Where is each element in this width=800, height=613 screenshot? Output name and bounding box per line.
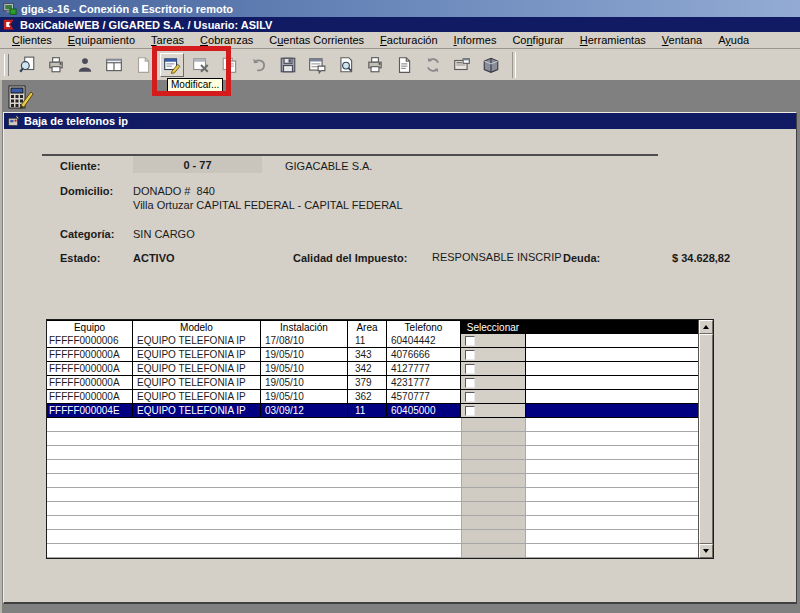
print-setup-button[interactable] bbox=[44, 53, 68, 77]
column-header[interactable]: Seleccionar bbox=[461, 320, 526, 334]
undo-button[interactable] bbox=[247, 53, 271, 77]
table-cell: EQUIPO TELEFONIA IP bbox=[133, 390, 261, 403]
calculator-pencil-icon[interactable] bbox=[7, 84, 35, 112]
column-header[interactable]: Equipo bbox=[47, 321, 133, 334]
table-row[interactable]: FFFFF000000AEQUIPO TELEFONIA IP19/05/103… bbox=[47, 348, 698, 362]
preview-icon bbox=[337, 56, 355, 74]
address-line1: DONADO # 840 bbox=[133, 185, 215, 197]
empty-row bbox=[47, 418, 698, 432]
user-button[interactable] bbox=[73, 53, 97, 77]
table-cell: FFFFF000000A bbox=[47, 362, 133, 375]
menu-item-tareas[interactable]: Tareas bbox=[143, 33, 192, 47]
row-filler bbox=[526, 348, 698, 361]
document-button[interactable] bbox=[392, 53, 416, 77]
scroll-up-button[interactable] bbox=[699, 320, 713, 334]
table-cell: 11 bbox=[348, 404, 387, 417]
table-row[interactable]: FFFFF000000AEQUIPO TELEFONIA IP19/05/103… bbox=[47, 362, 698, 376]
table-cell: EQUIPO TELEFONIA IP bbox=[133, 362, 261, 375]
empty-row bbox=[47, 460, 698, 474]
refresh-button[interactable] bbox=[421, 53, 445, 77]
child-window-titlebar[interactable]: Baja de telefonos ip bbox=[4, 113, 796, 129]
table-scrollbar[interactable] bbox=[698, 320, 713, 558]
seleccionar-cell bbox=[461, 348, 526, 361]
table-row[interactable]: FFFFF000000AEQUIPO TELEFONIA IP19/05/103… bbox=[47, 376, 698, 390]
row-checkbox[interactable] bbox=[465, 336, 475, 346]
help-book-button[interactable] bbox=[479, 53, 503, 77]
book-icon bbox=[482, 56, 500, 74]
row-checkbox[interactable] bbox=[465, 406, 475, 416]
column-header[interactable]: Area bbox=[348, 321, 387, 334]
search-button[interactable] bbox=[15, 53, 39, 77]
table-cell: 19/05/10 bbox=[261, 362, 348, 375]
save-icon bbox=[279, 56, 297, 74]
app-titlebar[interactable]: BoxiCableWEB / GIGARED S.A. / Usuario: A… bbox=[0, 17, 800, 32]
row-filler bbox=[526, 334, 698, 347]
scrollbar-thumb[interactable] bbox=[699, 334, 713, 544]
row-filler bbox=[526, 376, 698, 389]
table-cell: 19/05/10 bbox=[261, 348, 348, 361]
empty-row bbox=[47, 544, 698, 558]
baja-telefonos-window: Baja de telefonos ip Cliente: 0 - 77 GIG… bbox=[3, 112, 797, 604]
table-cell: 11 bbox=[348, 334, 387, 347]
empty-row bbox=[47, 488, 698, 502]
preview-button[interactable] bbox=[334, 53, 358, 77]
menu-item-informes[interactable]: Informes bbox=[446, 33, 505, 47]
table-row[interactable]: FFFFF000004EEQUIPO TELEFONIA IP03/09/121… bbox=[47, 404, 698, 418]
table-cell: 60405000 bbox=[387, 404, 461, 417]
save-button[interactable] bbox=[276, 53, 300, 77]
table-cell: 379 bbox=[348, 376, 387, 389]
table-cell: EQUIPO TELEFONIA IP bbox=[133, 404, 261, 417]
toolbar-handle[interactable] bbox=[4, 54, 9, 76]
menu-item-cuentas-corrientes[interactable]: Cuentas Corrientes bbox=[261, 33, 372, 47]
menu-item-facturacion[interactable]: Facturación bbox=[372, 33, 446, 47]
grid-icon bbox=[105, 56, 123, 74]
table-cell: FFFFF0000006 bbox=[47, 334, 133, 347]
seleccionar-cell bbox=[461, 390, 526, 403]
seleccionar-cell bbox=[461, 362, 526, 375]
client-label: Cliente: bbox=[60, 160, 100, 172]
scroll-down-button[interactable] bbox=[699, 544, 713, 558]
debt-value: $ 34.628,82 bbox=[672, 252, 730, 264]
column-header[interactable]: Modelo bbox=[133, 321, 261, 334]
window-button[interactable] bbox=[450, 53, 474, 77]
table-row[interactable]: FFFFF0000006EQUIPO TELEFONIA IP17/08/101… bbox=[47, 334, 698, 348]
menu-item-herramientas[interactable]: Herramientas bbox=[572, 33, 654, 47]
row-checkbox[interactable] bbox=[465, 392, 475, 402]
menu-item-configurar[interactable]: Configurar bbox=[504, 33, 571, 47]
empty-row bbox=[47, 446, 698, 460]
menu-item-equipamiento[interactable]: Equipamiento bbox=[60, 33, 143, 47]
menu-item-clientes[interactable]: Clientes bbox=[4, 33, 60, 47]
empty-row bbox=[47, 516, 698, 530]
calendar-button[interactable] bbox=[305, 53, 329, 77]
rdp-titlebar[interactable]: giga-s-16 - Conexión a Escritorio remoto bbox=[0, 0, 800, 17]
table-cell: EQUIPO TELEFONIA IP bbox=[133, 334, 261, 347]
phone-icon bbox=[7, 115, 20, 128]
app-logo-icon bbox=[3, 18, 16, 31]
header-filler bbox=[526, 320, 698, 334]
status-value: ACTIVO bbox=[133, 252, 175, 264]
table-cell: 343 bbox=[348, 348, 387, 361]
table-row[interactable]: FFFFF000000AEQUIPO TELEFONIA IP19/05/103… bbox=[47, 390, 698, 404]
table-cell: EQUIPO TELEFONIA IP bbox=[133, 376, 261, 389]
arrow-down-icon bbox=[703, 549, 709, 553]
client-code-field[interactable]: 0 - 77 bbox=[133, 156, 262, 173]
column-header[interactable]: Telefono bbox=[387, 321, 461, 334]
table-cell: 60404442 bbox=[387, 334, 461, 347]
row-filler bbox=[526, 390, 698, 403]
empty-row bbox=[47, 432, 698, 446]
print-button[interactable] bbox=[363, 53, 387, 77]
row-checkbox[interactable] bbox=[465, 378, 475, 388]
column-header[interactable]: Instalación bbox=[261, 321, 348, 334]
menu-item-ventana[interactable]: Ventana bbox=[654, 33, 710, 47]
grid-button[interactable] bbox=[102, 53, 126, 77]
rdp-title: giga-s-16 - Conexión a Escritorio remoto bbox=[21, 3, 233, 15]
menu-item-cobranzas[interactable]: Cobranzas bbox=[192, 33, 261, 47]
row-checkbox[interactable] bbox=[465, 350, 475, 360]
equipment-table: EquipoModeloInstalaciónAreaTelefonoSelec… bbox=[46, 319, 714, 559]
row-checkbox[interactable] bbox=[465, 364, 475, 374]
table-cell: FFFFF000000A bbox=[47, 390, 133, 403]
tax-quality-label: Calidad del Impuesto: bbox=[293, 252, 407, 264]
calendar-icon bbox=[308, 56, 326, 74]
category-value: SIN CARGO bbox=[133, 228, 195, 240]
menu-item-ayuda[interactable]: Ayuda bbox=[710, 33, 757, 47]
